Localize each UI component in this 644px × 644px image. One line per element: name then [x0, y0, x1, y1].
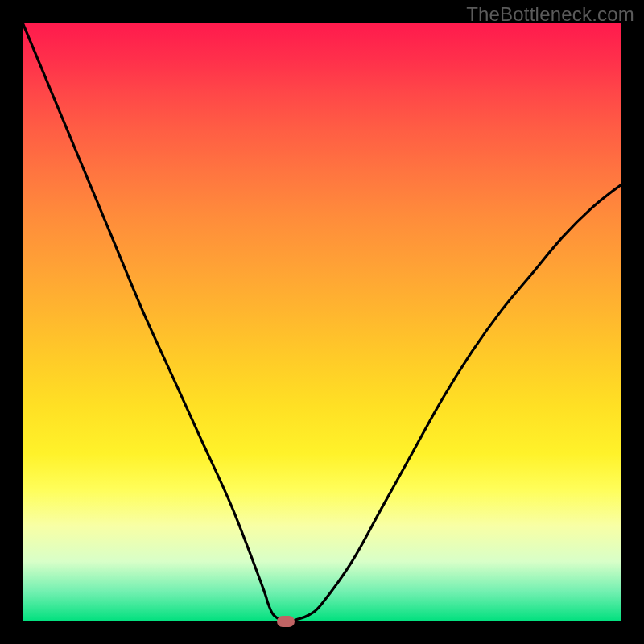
curve-svg — [23, 23, 621, 621]
watermark-text: TheBottleneck.com — [466, 3, 634, 26]
plot-area — [23, 23, 621, 621]
bottleneck-curve-path — [23, 23, 621, 621]
chart-frame: TheBottleneck.com — [0, 0, 644, 644]
optimal-point-marker — [277, 616, 295, 627]
